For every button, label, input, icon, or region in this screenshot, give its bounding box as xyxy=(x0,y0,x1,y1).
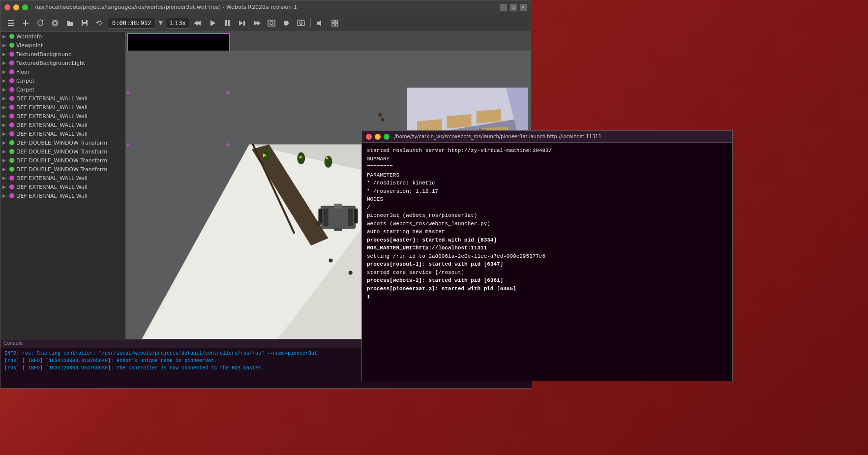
svg-rect-11 xyxy=(225,20,227,26)
tree-item-2[interactable]: ▶Viewpoint xyxy=(0,41,125,50)
tree-item-label: DEF DOUBLE_WINDOW Transform xyxy=(16,140,107,146)
terminal-line: NODES xyxy=(367,195,727,204)
terminal-line: pioneer3at (webots_ros/pioneer3at) xyxy=(367,212,727,220)
rewind-btn[interactable] xyxy=(191,17,204,30)
svg-rect-1 xyxy=(8,23,14,24)
tree-item-3[interactable]: ▶TexturedBackground xyxy=(0,50,125,59)
tree-item-9[interactable]: ▶DEF EXTERNAL_WALL Wall xyxy=(0,103,125,112)
time-separator: ▼ xyxy=(158,20,162,26)
term-minimize-btn[interactable] xyxy=(375,134,381,140)
svg-text:▶: ▶ xyxy=(263,152,267,158)
svg-point-4 xyxy=(52,20,58,26)
window-minimize-btn[interactable]: − xyxy=(500,4,507,11)
speed-display: 1.13x xyxy=(166,18,189,29)
tree-dot xyxy=(9,114,14,119)
window-close-btn[interactable]: × xyxy=(520,4,527,11)
tree-arrow: ▶ xyxy=(2,114,9,119)
minimize-button[interactable] xyxy=(13,4,19,10)
terminal-line: ROS_MASTER_URI=http://localhost:11311 xyxy=(367,244,727,252)
world-tree-btn[interactable] xyxy=(4,17,17,30)
tree-item-6[interactable]: ▶Carpet xyxy=(0,76,125,85)
window-restore-btn[interactable]: □ xyxy=(510,4,517,11)
tree-dot xyxy=(9,105,14,110)
terminal-line: / xyxy=(367,204,727,212)
tree-arrow: ▶ xyxy=(2,69,9,74)
svg-marker-10 xyxy=(210,20,215,26)
term-close-btn[interactable] xyxy=(366,134,372,140)
tree-item-1[interactable]: ▶WorldInfo xyxy=(0,32,125,41)
tree-item-10[interactable]: ▶DEF EXTERNAL_WALL Wall xyxy=(0,112,125,121)
view-btn[interactable] xyxy=(49,17,61,30)
terminal-line: process[rosout-1]: started with pid [634… xyxy=(367,260,727,269)
tree-dot xyxy=(9,96,14,101)
svg-rect-42 xyxy=(354,209,358,223)
tree-arrow: ▶ xyxy=(2,193,9,198)
scene-tree[interactable]: ▶WorldInfo▶Viewpoint▶TexturedBackground▶… xyxy=(0,32,126,375)
tree-arrow: ▶ xyxy=(2,140,9,145)
tree-item-18[interactable]: ▶DEF EXTERNAL_WALL Wall xyxy=(0,182,125,191)
svg-point-3 xyxy=(54,22,57,25)
play-btn[interactable] xyxy=(206,17,219,30)
tree-item-17[interactable]: ▶DEF EXTERNAL_WALL Wall xyxy=(0,174,125,182)
tree-item-12[interactable]: ▶DEF EXTERNAL_WALL Wall xyxy=(0,129,125,138)
open-btn[interactable] xyxy=(63,17,76,30)
fast-forward-btn[interactable] xyxy=(250,17,263,30)
pause-btn[interactable] xyxy=(221,17,234,30)
tree-item-13[interactable]: ▶DEF DOUBLE_WINDOW Transform xyxy=(0,138,125,147)
close-button[interactable] xyxy=(4,4,10,10)
console-title: Console xyxy=(3,340,23,346)
svg-rect-48 xyxy=(447,114,471,128)
reset-btn[interactable] xyxy=(93,17,106,30)
tree-item-label: DEF EXTERNAL_WALL Wall xyxy=(16,131,88,137)
term-maximize-btn[interactable] xyxy=(384,134,389,140)
window-title: /usr/local/webots/projects/languages/ros… xyxy=(35,4,497,10)
svg-rect-26 xyxy=(335,24,338,26)
svg-point-21 xyxy=(299,22,302,24)
audio-btn[interactable] xyxy=(314,17,327,30)
save-btn[interactable] xyxy=(78,17,91,30)
tree-item-15[interactable]: ▶DEF DOUBLE_WINDOW Transform xyxy=(0,156,125,165)
webots-toolbar: 0:00:38:912 ▼ 1.13x xyxy=(0,14,531,32)
tree-arrow: ▶ xyxy=(2,176,9,181)
reload-btn[interactable] xyxy=(34,17,47,30)
tree-dot xyxy=(9,158,14,163)
tree-item-label: DEF EXTERNAL_WALL Wall xyxy=(16,193,88,199)
tree-dot xyxy=(9,52,14,57)
tree-item-11[interactable]: ▶DEF EXTERNAL_WALL Wall xyxy=(0,121,125,129)
svg-rect-40 xyxy=(334,228,342,231)
tree-item-7[interactable]: ▶Carpet xyxy=(0,85,125,94)
svg-marker-16 xyxy=(257,21,261,26)
terminal-line: * /rosversion: 1.12.17 xyxy=(367,187,727,196)
record-btn[interactable] xyxy=(280,17,293,30)
tree-item-5[interactable]: ▶Floor xyxy=(0,67,125,76)
tree-item-14[interactable]: ▶DEF DOUBLE_WINDOW Transform xyxy=(0,147,125,156)
screenshot-scene-btn[interactable] xyxy=(265,17,278,30)
time-display: 0:00:38:912 xyxy=(108,18,155,29)
svg-rect-24 xyxy=(335,20,338,23)
svg-marker-22 xyxy=(317,20,321,26)
svg-point-64 xyxy=(316,221,321,226)
tree-item-4[interactable]: ▶TexturedBackgroundLight xyxy=(0,59,125,67)
webots-titlebar: /usr/local/webots/projects/languages/ros… xyxy=(0,0,531,14)
tree-arrow: ▶ xyxy=(2,52,9,57)
screenshot-btn[interactable] xyxy=(295,17,307,30)
terminal-line: process[pioneer3at-3]: started with pid … xyxy=(367,285,727,293)
terminal-content: started roslaunch server http://zy-virtu… xyxy=(362,143,732,381)
tree-item-19[interactable]: ▶DEF EXTERNAL_WALL Wall xyxy=(0,191,125,200)
fullscreen-btn[interactable] xyxy=(329,17,341,30)
terminal-line: ======== xyxy=(367,163,727,171)
tree-item-8[interactable]: ▶DEF EXTERNAL_WALL Wall xyxy=(0,94,125,103)
terminal-line: PARAMETERS xyxy=(367,171,727,180)
tree-dot xyxy=(9,43,14,48)
tree-item-label: DEF EXTERNAL_WALL Wall xyxy=(16,113,88,120)
tree-arrow: ▶ xyxy=(2,87,9,92)
svg-rect-25 xyxy=(332,24,334,26)
svg-rect-0 xyxy=(8,20,14,21)
svg-rect-38 xyxy=(348,209,353,226)
add-node-btn[interactable] xyxy=(19,17,32,30)
step-btn[interactable] xyxy=(236,17,248,30)
maximize-button[interactable] xyxy=(22,4,28,10)
svg-rect-12 xyxy=(228,20,230,26)
svg-point-65 xyxy=(329,258,333,262)
tree-item-16[interactable]: ▶DEF DOUBLE_WINDOW Transform xyxy=(0,165,125,174)
